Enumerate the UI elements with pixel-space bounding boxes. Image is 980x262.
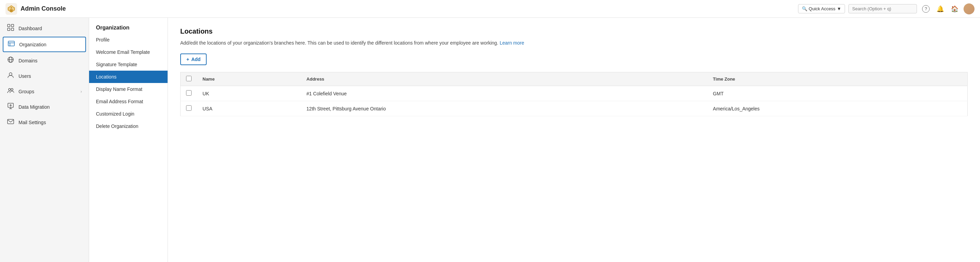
- table-header-row: Name Address Time Zone: [181, 72, 968, 86]
- svg-point-13: [9, 73, 12, 75]
- sidebar-item-dashboard-label: Dashboard: [19, 26, 82, 31]
- quick-access-button[interactable]: 🔍 Quick Access ▼: [798, 4, 845, 13]
- add-location-button[interactable]: + Add: [180, 53, 207, 65]
- second-nav-welcome-email-label: Welcome Email Template: [96, 50, 150, 55]
- home-button[interactable]: 🏠: [949, 3, 960, 14]
- second-nav-locations[interactable]: Locations: [89, 71, 167, 83]
- main-layout: Dashboard Organization Domains: [0, 18, 980, 262]
- row-checkbox-cell-uk: [181, 86, 197, 101]
- row-checkbox-cell-usa: [181, 101, 197, 116]
- second-nav-customized-login[interactable]: Customized Login: [89, 108, 167, 120]
- second-nav-display-name-format-label: Display Name Format: [96, 86, 142, 92]
- svg-point-14: [9, 88, 11, 91]
- sidebar-item-organization-label: Organization: [19, 42, 81, 47]
- search-box[interactable]: [848, 4, 917, 13]
- domains-icon: [7, 56, 14, 65]
- second-nav-delete-organization-label: Delete Organization: [96, 123, 138, 129]
- svg-rect-6: [11, 28, 14, 30]
- svg-rect-2: [11, 7, 12, 9]
- sidebar-item-domains-label: Domains: [19, 58, 82, 64]
- row-name-usa: USA: [197, 101, 301, 116]
- page-title: Locations: [180, 27, 968, 35]
- locations-table: Name Address Time Zone UK #1 Colefield V…: [180, 72, 968, 116]
- search-input[interactable]: [852, 6, 913, 11]
- top-header: Admin Console 🔍 Quick Access ▼ ? 🔔 🏠: [0, 0, 980, 18]
- users-icon: [7, 72, 14, 80]
- sidebar-item-data-migration-label: Data Migration: [19, 104, 82, 110]
- table-header-checkbox-cell: [181, 72, 197, 86]
- content-area: Locations Add/edit the locations of your…: [168, 18, 980, 262]
- table-header-name: Name: [197, 72, 301, 86]
- second-nav-welcome-email[interactable]: Welcome Email Template: [89, 46, 167, 58]
- svg-rect-4: [11, 24, 14, 27]
- second-nav-display-name-format[interactable]: Display Name Format: [89, 83, 167, 95]
- row-address-usa: 12th Street, Pittsburg Avenue Ontario: [301, 101, 707, 116]
- learn-more-link[interactable]: Learn more: [500, 40, 524, 46]
- content-description: Add/edit the locations of your organizat…: [180, 40, 968, 46]
- table-header-address: Address: [301, 72, 707, 86]
- avatar-image: [964, 3, 975, 14]
- search-icon-small: 🔍: [802, 6, 807, 11]
- second-sidebar-header: Organization: [89, 21, 167, 34]
- app-logo-area: Admin Console: [5, 3, 95, 15]
- app-logo-icon: [5, 3, 17, 15]
- svg-rect-7: [8, 41, 14, 46]
- left-sidebar: Dashboard Organization Domains: [0, 18, 89, 262]
- second-nav-email-address-format-label: Email Address Format: [96, 99, 143, 104]
- header-right: 🔍 Quick Access ▼ ? 🔔 🏠: [798, 3, 975, 14]
- row-checkbox-usa[interactable]: [186, 105, 191, 111]
- second-nav-customized-login-label: Customized Login: [96, 111, 134, 117]
- app-title: Admin Console: [21, 5, 66, 12]
- sidebar-item-organization[interactable]: Organization: [3, 37, 86, 52]
- second-nav-signature-template[interactable]: Signature Template: [89, 58, 167, 71]
- second-nav-profile-label: Profile: [96, 37, 110, 43]
- svg-point-15: [11, 88, 13, 91]
- second-sidebar: Organization Profile Welcome Email Templ…: [89, 18, 168, 262]
- row-timezone-usa: America/Los_Angeles: [708, 101, 968, 116]
- row-timezone-uk: GMT: [708, 86, 968, 101]
- sidebar-item-groups[interactable]: Groups ›: [0, 84, 89, 99]
- bell-icon: 🔔: [937, 5, 944, 13]
- sidebar-item-domains[interactable]: Domains: [0, 53, 89, 68]
- second-nav-delete-organization[interactable]: Delete Organization: [89, 120, 167, 133]
- sidebar-item-dashboard[interactable]: Dashboard: [0, 21, 89, 36]
- chevron-down-icon: ▼: [837, 6, 841, 11]
- svg-rect-1: [10, 9, 13, 12]
- home-icon: 🏠: [951, 5, 958, 13]
- table-header-timezone: Time Zone: [708, 72, 968, 86]
- dashboard-icon: [7, 24, 14, 33]
- quick-access-label: Quick Access: [809, 6, 835, 11]
- table-row: UK #1 Colefield Venue GMT: [181, 86, 968, 101]
- svg-rect-17: [8, 119, 14, 124]
- sidebar-item-mail-settings-label: Mail Settings: [19, 120, 82, 125]
- row-address-uk: #1 Colefield Venue: [301, 86, 707, 101]
- sidebar-item-users-label: Users: [19, 73, 82, 79]
- select-all-checkbox[interactable]: [186, 76, 191, 81]
- table-row: USA 12th Street, Pittsburg Avenue Ontari…: [181, 101, 968, 116]
- groups-icon: [7, 87, 14, 96]
- notifications-button[interactable]: 🔔: [935, 3, 946, 14]
- svg-rect-5: [8, 28, 10, 30]
- data-migration-icon: [7, 102, 14, 111]
- second-nav-profile[interactable]: Profile: [89, 34, 167, 46]
- svg-rect-3: [8, 24, 10, 27]
- mail-settings-icon: [7, 118, 14, 126]
- sidebar-item-data-migration[interactable]: Data Migration: [0, 99, 89, 115]
- description-text: Add/edit the locations of your organizat…: [180, 40, 498, 46]
- organization-icon: [8, 40, 15, 49]
- sidebar-item-mail-settings[interactable]: Mail Settings: [0, 115, 89, 130]
- help-button[interactable]: ?: [920, 3, 931, 14]
- sidebar-item-groups-label: Groups: [19, 89, 76, 94]
- second-nav-locations-label: Locations: [96, 74, 116, 80]
- add-button-label: Add: [191, 57, 200, 62]
- row-name-uk: UK: [197, 86, 301, 101]
- second-nav-signature-template-label: Signature Template: [96, 62, 137, 67]
- second-nav-email-address-format[interactable]: Email Address Format: [89, 95, 167, 108]
- question-mark-icon: ?: [922, 5, 930, 13]
- chevron-right-icon: ›: [81, 89, 82, 94]
- user-avatar[interactable]: [964, 3, 975, 14]
- sidebar-item-users[interactable]: Users: [0, 68, 89, 84]
- row-checkbox-uk[interactable]: [186, 90, 191, 96]
- plus-icon: +: [186, 57, 189, 62]
